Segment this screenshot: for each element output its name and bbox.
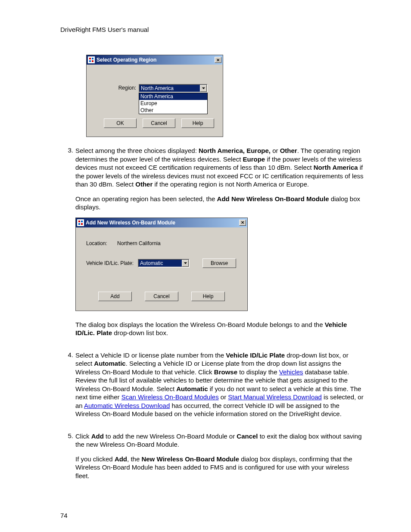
- svg-rect-3: [92, 60, 93, 62]
- svg-rect-6: [81, 221, 83, 222]
- app-icon: [88, 56, 95, 63]
- vehicles-link[interactable]: Vehicles: [279, 368, 303, 376]
- svg-rect-1: [92, 58, 93, 59]
- chevron-down-icon[interactable]: [182, 260, 189, 267]
- location-label: Location:: [86, 240, 117, 246]
- browse-button[interactable]: Browse: [202, 258, 236, 268]
- region-value: North America: [140, 85, 200, 92]
- svg-rect-2: [89, 60, 91, 62]
- scan-modules-link[interactable]: Scan Wireless On-Board Modules: [121, 393, 219, 401]
- location-value: Northern California: [117, 240, 161, 246]
- select-region-dialog: Select Operating Region ✕ Region: North …: [86, 55, 223, 137]
- add-module-dialog: Add New Wireless On-Board Module ✕ Locat…: [75, 218, 248, 311]
- title-text: Select Operating Region: [97, 57, 215, 63]
- ok-button[interactable]: OK: [104, 118, 137, 128]
- svg-marker-4: [202, 87, 205, 89]
- step5-p1: Click Add to add the new Wireless On-Boa…: [75, 432, 364, 449]
- svg-marker-9: [184, 262, 187, 264]
- cancel-button[interactable]: Cancel: [143, 118, 175, 128]
- list-num-3: 3.: [60, 146, 75, 343]
- list-num-5: 5.: [60, 432, 75, 486]
- auto-download-link[interactable]: Automatic Wireless Download: [84, 402, 170, 409]
- help-button[interactable]: Help: [181, 118, 214, 128]
- vehicle-id-label: Vehicle ID/Lic. Plate:: [86, 260, 134, 266]
- vehicle-id-combo[interactable]: Automatic: [138, 259, 190, 268]
- region-label: Region:: [95, 84, 139, 91]
- cancel-button[interactable]: Cancel: [145, 292, 178, 301]
- option-north-america[interactable]: North America: [139, 93, 207, 100]
- titlebar: Add New Wireless On-Board Module ✕: [76, 218, 247, 227]
- step4-p1: Select a Vehicle ID or license plate num…: [75, 351, 364, 418]
- svg-rect-7: [78, 223, 80, 225]
- svg-rect-0: [89, 58, 91, 59]
- step3-p3: The dialog box displays the location the…: [75, 320, 364, 337]
- list-num-4: 4.: [60, 351, 75, 424]
- page-header: DriveRight FMS User's manual: [60, 26, 364, 33]
- region-combo[interactable]: North America: [139, 84, 208, 93]
- manual-download-link[interactable]: Start Manual Wireless Download: [228, 393, 322, 401]
- region-dropdown: North America Europe Other: [139, 93, 208, 114]
- titlebar: Select Operating Region ✕: [87, 55, 223, 65]
- vehicle-id-value: Automatic: [139, 260, 182, 267]
- close-icon[interactable]: ✕: [215, 57, 221, 63]
- chevron-down-icon[interactable]: [200, 85, 207, 92]
- step5-p2: If you clicked Add, the New Wireless On-…: [75, 455, 364, 480]
- add-button[interactable]: Add: [98, 292, 132, 301]
- svg-rect-8: [81, 223, 83, 225]
- app-icon: [77, 219, 84, 226]
- close-icon[interactable]: ✕: [239, 220, 246, 226]
- step3-p1: Select among the three choices displayed…: [75, 146, 364, 189]
- option-europe[interactable]: Europe: [139, 100, 207, 107]
- help-button[interactable]: Help: [191, 292, 225, 301]
- svg-rect-5: [78, 221, 80, 222]
- option-other[interactable]: Other: [139, 107, 207, 114]
- page-number: 74: [60, 512, 68, 519]
- step3-p2: Once an operating region has been select…: [75, 195, 364, 212]
- title-text: Add New Wireless On-Board Module: [86, 220, 239, 226]
